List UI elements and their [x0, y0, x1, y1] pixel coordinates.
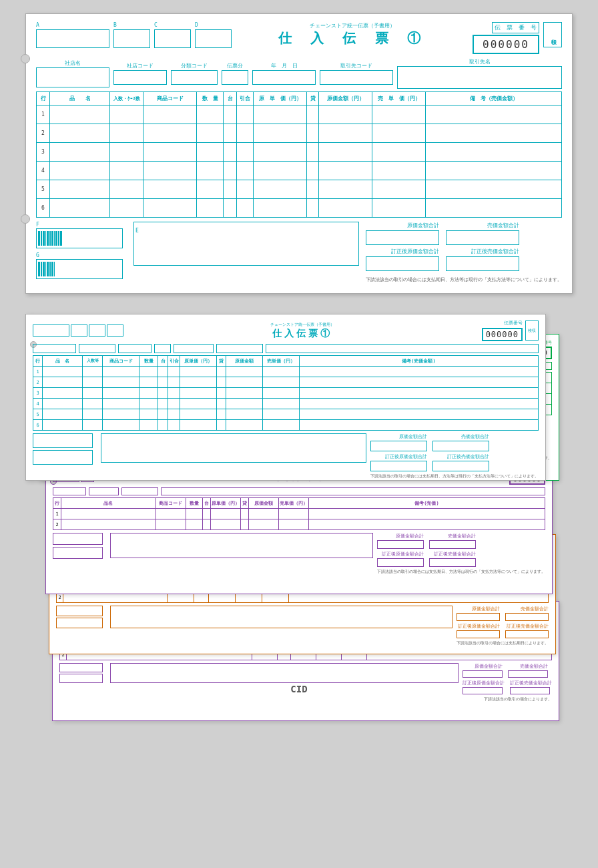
- genka-total-box[interactable]: [366, 230, 439, 245]
- bc-line: [45, 231, 47, 246]
- table-row: 4: [37, 162, 562, 180]
- table-row: 1: [37, 105, 562, 124]
- footer-note: 下請法該当の取引の場合には支払期日、方法等は現行の「支払方法等について」によりま…: [366, 276, 562, 283]
- sf1-box-d[interactable]: [107, 324, 123, 337]
- sf3-genka-box[interactable]: [377, 540, 424, 549]
- sf3-box-e[interactable]: [110, 533, 373, 558]
- sf4-corrected-baika-box[interactable]: [505, 630, 549, 638]
- sf1-box-b[interactable]: [71, 324, 87, 337]
- form-footer: F G: [36, 222, 562, 283]
- corrected-baika-box[interactable]: [446, 256, 519, 271]
- bc-line: [54, 262, 55, 276]
- sf1-torihiki[interactable]: [216, 344, 263, 353]
- sf1-genka-label: 原価金額合計: [370, 433, 427, 440]
- sf3-corrected-baika-box[interactable]: [429, 558, 476, 567]
- sf4-corrected-genka-label: 訂正後原価金額合計: [457, 623, 500, 630]
- sf1-box-e[interactable]: [101, 433, 366, 463]
- page-container: A B C D チェーンストア統一伝票（予書用） 仕 入 伝 票 ①: [13, 13, 585, 728]
- sf5-barcode-g: [59, 674, 103, 683]
- sf1-corrected-baika-box[interactable]: [432, 461, 489, 471]
- sf1-bunrui[interactable]: [118, 344, 152, 353]
- sf4-box-e[interactable]: [110, 606, 453, 628]
- sf1-toritesaki[interactable]: [266, 344, 539, 353]
- bc-line: [58, 231, 59, 246]
- col-kashi: 貸: [307, 92, 319, 105]
- corrected-genka-box[interactable]: [366, 256, 439, 271]
- bc-line: [47, 231, 49, 246]
- sf1-col-dai: 台: [158, 356, 168, 367]
- sf5-corrected-baika-label: 訂正後売価金額合計: [510, 680, 552, 686]
- punch-hole-bottom: [21, 214, 30, 224]
- baika-total-box[interactable]: [446, 230, 519, 245]
- barcode-box-g: [36, 259, 123, 279]
- small-forms-stack: チェーンストア統一伝票（予書用） 仕入伝票① 伝票番号 000000 検収: [25, 314, 573, 728]
- sf4-corrected-baika-label: 訂正後売価金額合計: [505, 623, 549, 630]
- shaten-box[interactable]: [36, 67, 109, 87]
- sf3-bunrui[interactable]: [89, 487, 119, 495]
- bc-line: [47, 262, 49, 276]
- denpyo-input[interactable]: [222, 70, 248, 85]
- sf1-header: チェーンストア統一伝票（予書用） 仕入伝票① 伝票番号 000000 検収: [33, 320, 539, 341]
- sf5-genka-box[interactable]: [463, 670, 503, 678]
- footer-left: F G: [36, 222, 123, 279]
- bunrui-input[interactable]: [171, 70, 218, 85]
- toritesaki-input[interactable]: [397, 66, 562, 89]
- sf4-genka-label: 原価金額合計: [457, 606, 500, 612]
- sf1-shacode[interactable]: [79, 344, 115, 353]
- sf1-genka-box[interactable]: [370, 441, 427, 451]
- sf4-genka-box[interactable]: [457, 613, 500, 621]
- field-d-box[interactable]: [195, 29, 232, 48]
- sf1-date[interactable]: [174, 344, 214, 353]
- sf3-table: 行 品名 商品コード 数量 台 原単価（円） 貸 原価金額 売単価（円） 備考(…: [53, 497, 545, 530]
- sf5-box-e[interactable]: [110, 663, 459, 683]
- sf1-col-shohin: 商品コード: [103, 356, 139, 367]
- bc-line: [51, 231, 53, 246]
- sf5-corrected-genka-box[interactable]: [463, 687, 503, 694]
- baika-total-label: 売価金額合計: [446, 222, 519, 229]
- field-d-label: D: [195, 22, 232, 28]
- date-input[interactable]: [252, 70, 316, 85]
- sf1-totals: 原価金額合計 売価金額合計 訂正後原価金額合計: [370, 433, 539, 479]
- sf3-footer: 原価金額合計 売価金額合計 訂正後原価金額合計: [53, 533, 545, 575]
- sf1-barcodes: [33, 433, 93, 465]
- footer-right: 原価金額合計 売価金額合計 訂正後原価金額合計 訂正後売価金額合計: [366, 222, 562, 283]
- chain-label: チェーンストア統一伝票（予書用）: [236, 22, 469, 29]
- sf1-col-baitan: 売単価（円）: [263, 356, 300, 367]
- sf5-baika-box[interactable]: [508, 670, 548, 678]
- field-c-box[interactable]: [154, 29, 191, 48]
- sf1-col-kashi: 貸: [217, 356, 226, 367]
- bc-line: [49, 231, 51, 246]
- sf1-baika-total: 売価金額合計: [432, 433, 489, 451]
- field-b-box[interactable]: [113, 29, 150, 48]
- sf3-barcode-f: [53, 533, 103, 545]
- field-a-box[interactable]: [36, 29, 109, 48]
- sf1-shaten[interactable]: [33, 344, 76, 353]
- table-row: 5: [37, 180, 562, 199]
- barcode-box-f: [36, 228, 123, 248]
- table-row: 2: [37, 124, 562, 143]
- sf3-torihiki[interactable]: [161, 487, 545, 495]
- torihiki-input[interactable]: [320, 70, 393, 85]
- field-e-box[interactable]: E: [133, 222, 359, 266]
- sf3-baika-label: 売価金額合計: [429, 533, 476, 539]
- sf4-corrected-genka-box[interactable]: [457, 630, 500, 638]
- voucher-num-box: 000000: [473, 35, 539, 54]
- form-row2: 社店名 社店コード 分類コード 伝票分 年 月 日 取引先コード: [36, 58, 562, 89]
- sf3-baika-box[interactable]: [429, 540, 476, 549]
- sf1-baika-box[interactable]: [432, 441, 489, 451]
- genka-total-group: 原価金額合計: [366, 222, 439, 245]
- shacode-input[interactable]: [113, 70, 167, 85]
- sf3-corrected-baika-label: 訂正後売価金額合計: [429, 551, 476, 558]
- sf3-date[interactable]: [121, 487, 158, 495]
- sf4-baika-box[interactable]: [505, 613, 549, 621]
- sf5-corrected-baika-box[interactable]: [510, 687, 550, 694]
- sf1-corrected-genka-box[interactable]: [370, 461, 427, 471]
- sf3-corrected-genka-box[interactable]: [377, 558, 424, 567]
- sf3-shacode[interactable]: [53, 487, 86, 495]
- sf1-row2: [33, 344, 539, 353]
- sf1-denpyo[interactable]: [154, 344, 171, 353]
- sf1-chain-label: チェーンストア統一伝票（予書用）: [126, 322, 479, 328]
- title-area: チェーンストア統一伝票（予書用） 仕 入 伝 票 ①: [236, 22, 469, 47]
- sf1-box-c[interactable]: [89, 324, 105, 337]
- sf1-box-a[interactable]: [33, 324, 69, 337]
